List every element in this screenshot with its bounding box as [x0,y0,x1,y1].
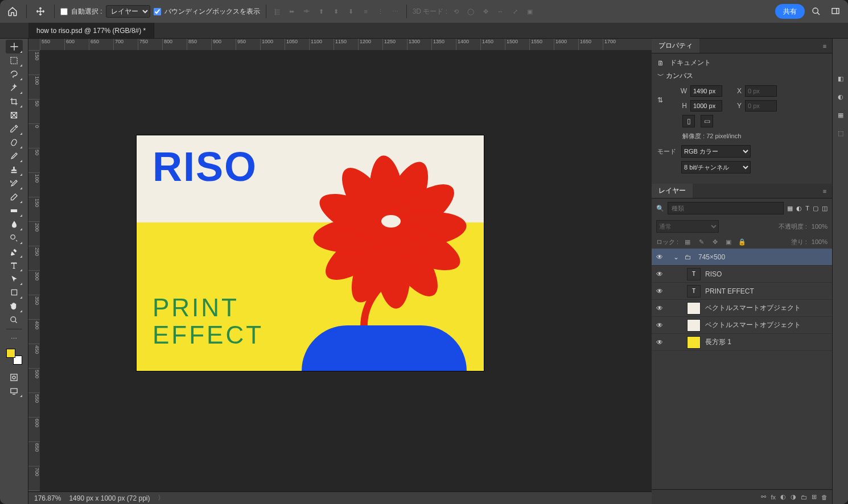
dock-icon-3[interactable]: ▦ [835,109,846,121]
layer-filter-input[interactable] [668,202,784,214]
align-center-v-icon[interactable]: ⬍ [331,6,341,16]
hand-tool[interactable] [6,299,23,313]
zoom-readout[interactable]: 176.87% [34,494,61,502]
canvas-section-label[interactable]: ﹀ カンバス [657,71,826,81]
link-layers-icon[interactable]: ⚯ [761,493,766,501]
stamp-tool[interactable] [6,163,23,176]
link-wh-icon[interactable]: ⇅ [657,85,665,115]
dock-icon-1[interactable]: ◧ [835,73,846,84]
auto-select-target-dropdown[interactable]: レイヤー [106,5,150,18]
lock-move-icon[interactable]: ✥ [710,237,719,246]
path-select-tool[interactable] [6,272,23,286]
layer-name[interactable]: 長方形 1 [705,337,731,347]
dodge-tool[interactable] [6,231,23,245]
healing-tool[interactable] [6,135,23,149]
layers-tab[interactable]: レイヤー [652,184,693,198]
dock-icon-2[interactable]: ◐ [835,91,846,102]
new-group-icon[interactable]: 🗀 [801,494,807,501]
search-icon[interactable] [808,3,824,19]
height-input[interactable] [690,100,722,111]
filter-adjust-icon[interactable]: ◐ [796,205,802,212]
align-top-icon[interactable]: ⬆ [316,6,327,16]
visibility-icon[interactable]: 👁 [655,253,664,261]
ruler-horizontal[interactable]: 5506006507007508008509009501000105011001… [28,39,652,50]
lasso-tool[interactable] [6,67,23,81]
pen-tool[interactable] [6,245,23,258]
artwork[interactable]: : 5×500 [137,135,484,371]
visibility-icon[interactable]: 👁 [655,338,664,346]
layer-name[interactable]: 745×500 [698,253,725,261]
visibility-icon[interactable]: 👁 [655,321,664,329]
layer-name[interactable]: PRINT EFFECT [705,287,754,295]
layers-menu-icon[interactable]: ≡ [817,184,832,198]
eyedropper-tool[interactable] [6,122,23,135]
layer-row[interactable]: 👁 ⌄🗀 745×500 [652,249,832,266]
width-input[interactable] [690,85,722,97]
history-brush-tool[interactable] [6,176,23,190]
dock-icon-4[interactable]: ⬚ [835,127,846,139]
align-left-icon[interactable]: ⬱ [272,6,282,16]
layer-row[interactable]: 👁 長方形 1 [652,334,832,351]
frame-tool[interactable] [6,108,23,122]
lock-pixels-icon[interactable]: ▦ [683,237,692,246]
align-bottom-icon[interactable]: ⬇ [346,6,356,16]
orientation-portrait-icon[interactable]: ▯ [682,115,695,127]
move-tool-icon[interactable] [32,3,48,19]
crop-tool[interactable] [6,94,23,108]
share-button[interactable]: 共有 [775,4,805,19]
layer-name[interactable]: ベクトルスマートオブジェクト [705,320,801,330]
quickmask-icon[interactable] [6,370,23,384]
layer-list[interactable]: 👁 ⌄🗀 745×500 👁 T RISO 👁 T PRINT EFFECT 👁… [652,249,832,489]
gradient-tool[interactable] [6,204,23,217]
brush-tool[interactable] [6,149,23,163]
new-layer-icon[interactable]: ⊞ [812,493,817,501]
bit-depth-dropdown[interactable]: 8 bit/チャンネル [681,161,751,173]
marquee-tool[interactable] [6,53,23,67]
auto-select-checkbox[interactable] [60,8,68,15]
mask-icon[interactable]: ◐ [780,493,786,501]
align-center-h-icon[interactable]: ⬌ [287,6,297,16]
canvas-stage[interactable]: : 5×500 [40,50,652,491]
eraser-tool[interactable] [6,190,23,204]
magic-wand-tool[interactable] [6,81,23,94]
show-bbox-checkbox[interactable] [154,8,161,15]
new-fill-icon[interactable]: ◑ [791,493,796,501]
lock-artboard-icon[interactable]: ▣ [724,237,733,246]
more-align-icon[interactable]: ⋯ [390,6,401,16]
home-icon[interactable] [5,3,20,19]
color-swatches[interactable] [6,349,22,365]
distribute-v-icon[interactable]: ⋮ [376,6,386,16]
layer-name[interactable]: ベクトルスマートオブジェクト [705,303,801,313]
layer-name[interactable]: RISO [705,270,722,278]
screenmode-icon[interactable] [6,384,23,398]
visibility-icon[interactable]: 👁 [655,287,664,295]
filter-type-icon[interactable]: T [805,205,809,212]
orientation-landscape-icon[interactable]: ▭ [701,115,713,127]
layer-row[interactable]: 👁 ベクトルスマートオブジェクト [652,317,832,334]
layer-row[interactable]: 👁 T RISO [652,266,832,283]
visibility-icon[interactable]: 👁 [655,270,664,278]
align-right-icon[interactable]: ⬲ [302,6,312,16]
blur-tool[interactable] [6,217,23,231]
filter-smart-icon[interactable]: ◫ [822,205,828,212]
document-tab[interactable]: how to riso.psd @ 177% (RGB/8#) * [28,23,154,38]
type-tool[interactable] [6,258,23,272]
ruler-vertical[interactable]: 1501005005010015020025030035040045050055… [28,50,40,491]
edit-toolbar-icon[interactable]: ⋯ [6,332,23,345]
delete-layer-icon[interactable]: 🗑 [821,494,828,501]
filter-shape-icon[interactable]: ▢ [813,205,818,212]
fx-icon[interactable]: fx [771,494,776,501]
distribute-h-icon[interactable]: ≡ [361,6,371,16]
lock-brush-icon[interactable]: ✎ [697,237,706,246]
zoom-tool[interactable] [6,313,23,327]
filter-image-icon[interactable]: ▦ [787,205,793,212]
workspace-icon[interactable] [828,3,843,19]
layer-row[interactable]: 👁 T PRINT EFFECT [652,283,832,300]
visibility-icon[interactable]: 👁 [655,304,664,312]
color-mode-dropdown[interactable]: RGB カラー [681,145,751,158]
shape-tool[interactable] [6,286,23,299]
lock-all-icon[interactable]: 🔒 [738,237,747,246]
properties-tab[interactable]: プロパティ [652,39,699,53]
layer-row[interactable]: 👁 ベクトルスマートオブジェクト [652,300,832,317]
panel-menu-icon[interactable]: ≡ [817,39,832,53]
